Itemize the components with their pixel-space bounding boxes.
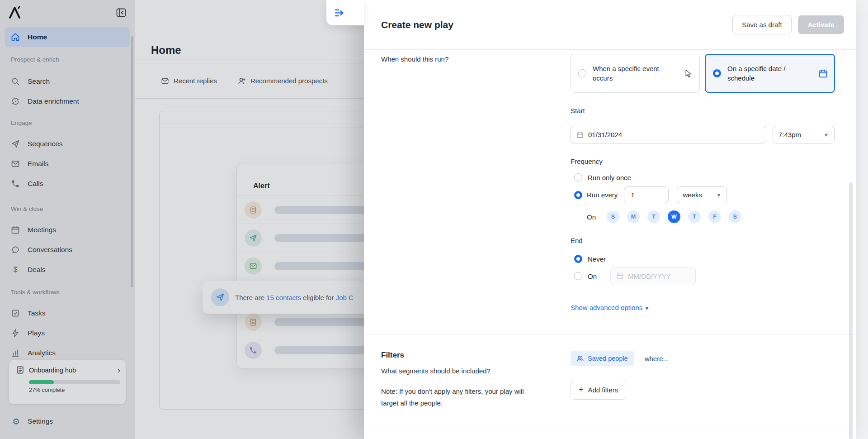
end-label: End xyxy=(571,237,835,246)
schedule-question: When should this run? xyxy=(381,54,571,313)
run-once-option[interactable]: Run only once xyxy=(571,173,835,182)
drawer-title: Create new play xyxy=(381,19,732,30)
filters-title: Filters xyxy=(381,351,571,360)
chevron-down-icon: ▼ xyxy=(716,192,721,198)
radio-end-never[interactable] xyxy=(574,255,582,263)
end-never-option[interactable]: Never xyxy=(571,254,835,263)
calendar-icon xyxy=(818,69,828,78)
radio-end-on[interactable] xyxy=(574,272,582,280)
save-as-draft-button[interactable]: Save as draft xyxy=(732,15,791,34)
on-label: On xyxy=(587,213,596,221)
interval-input[interactable] xyxy=(624,186,669,203)
start-date-input[interactable]: 01/31/2024 xyxy=(571,126,766,143)
radio-specific-event[interactable] xyxy=(578,69,586,77)
option-specific-event[interactable]: When a specific event occurs xyxy=(571,54,700,93)
day-pill-tuesday[interactable]: T xyxy=(647,210,660,223)
unit-select[interactable]: weeks ▼ xyxy=(677,186,727,203)
radio-specific-date[interactable] xyxy=(713,69,721,77)
drawer-collapse-tab[interactable] xyxy=(326,0,364,25)
chevron-down-icon: ▼ xyxy=(824,132,829,138)
modal-dim-overlay xyxy=(0,0,364,439)
caret-down-icon: ▼ xyxy=(644,305,649,311)
people-icon xyxy=(576,355,584,363)
create-play-drawer: Create new play Save as draft Activate W… xyxy=(364,0,856,439)
drawer-header: Create new play Save as draft Activate xyxy=(364,0,856,50)
calendar-icon xyxy=(576,131,584,138)
app-root: Home Prospect & enrich Search Data enric… xyxy=(0,0,868,439)
filters-section: Filters What segments should be included… xyxy=(364,334,856,409)
add-filters-button[interactable]: + Add filters xyxy=(571,380,626,400)
saved-people-chip[interactable]: Saved people xyxy=(571,351,634,366)
activate-button[interactable]: Activate xyxy=(798,15,844,34)
collapse-right-icon xyxy=(334,7,346,19)
section-divider xyxy=(364,426,856,426)
run-every-option[interactable]: Run every weeks ▼ xyxy=(571,186,835,203)
filters-note: Note: If you don't apply any filters, yo… xyxy=(381,386,539,409)
show-advanced-options-link[interactable]: Show advanced options ▼ xyxy=(571,304,835,313)
drawer-scrollbar[interactable] xyxy=(849,182,853,439)
weekday-picker: On S M T W T F S xyxy=(571,210,835,223)
day-pill-thursday[interactable]: T xyxy=(688,210,701,223)
day-pill-monday[interactable]: M xyxy=(627,210,640,223)
end-on-option[interactable]: On MM/DD/YYYY xyxy=(571,267,835,285)
cursor-icon xyxy=(684,69,693,78)
calendar-icon xyxy=(616,272,623,280)
radio-run-every[interactable] xyxy=(574,191,582,199)
start-label: Start xyxy=(571,107,835,116)
filters-question: What segments should be included? xyxy=(381,367,571,375)
radio-run-once[interactable] xyxy=(574,173,582,181)
where-label: where... xyxy=(645,355,669,363)
page-scrollbar-gutter xyxy=(856,0,868,439)
day-pill-friday[interactable]: F xyxy=(708,210,721,223)
end-date-input[interactable]: MM/DD/YYYY xyxy=(610,267,696,285)
frequency-label: Frequency xyxy=(571,157,835,167)
day-pill-saturday[interactable]: S xyxy=(729,210,741,223)
schedule-section: When should this run? When a specific ev… xyxy=(364,50,856,313)
option-specific-date[interactable]: On a specific date / schedule xyxy=(705,54,835,93)
start-time-select[interactable]: 7:43pm ▼ xyxy=(773,126,835,143)
plus-icon: + xyxy=(579,385,584,395)
day-pill-wednesday[interactable]: W xyxy=(668,210,680,223)
day-pill-sunday[interactable]: S xyxy=(607,210,619,223)
